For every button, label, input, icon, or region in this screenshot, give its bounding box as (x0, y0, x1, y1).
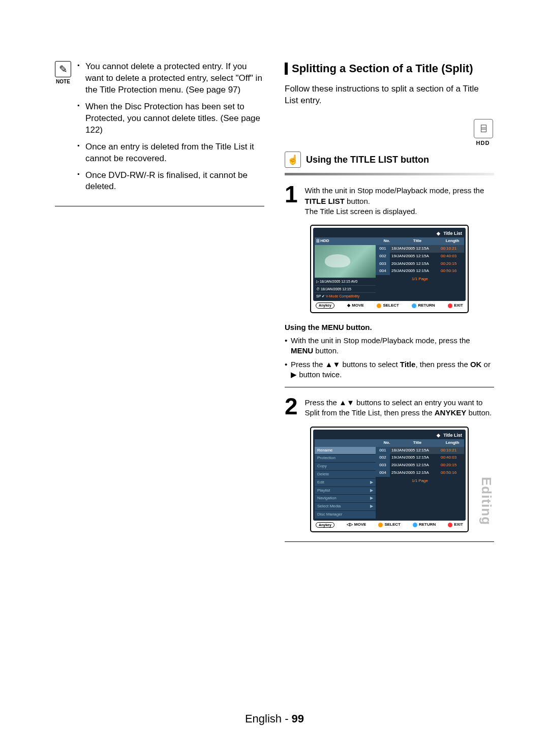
menu-copy: Copy (315, 463, 376, 471)
title-list-osd: ◆Title List ⌸ HDD No. Title Length ▷ 18/… (310, 225, 469, 313)
note-item: You cannot delete a protected entry. If … (77, 61, 264, 96)
menu-navigation: Navigation▶ (315, 495, 376, 503)
menu-subheading: Using the MENU button. (285, 322, 494, 332)
gradient-rule (285, 173, 494, 175)
list-row: 00425/JAN/2005 12:15A00:50:16 (376, 267, 464, 275)
list-row: 00118/JAN/2005 12:15A00:10:21 (376, 245, 464, 253)
note-item: When the Disc Protection has been set to… (77, 101, 264, 136)
menu-edit: Edit▶ (315, 479, 376, 487)
note-item: Once an entry is deleted from the Title … (77, 141, 264, 165)
chapter-tab: Editing (478, 477, 494, 525)
hand-icon: ☝ (285, 152, 301, 168)
list-row: 00320/JAN/2005 12:15A00:20:15 (376, 462, 464, 469)
menu-sub-list: With the unit in Stop mode/Playback mode… (285, 336, 494, 380)
anykey-menu-osd: ◆Title List No. Title Length Rename Prot… (310, 427, 469, 533)
list-item: With the unit in Stop mode/Playback mode… (285, 336, 494, 356)
list-row: 00219/JAN/2005 12:15A00:40:03 (376, 253, 464, 260)
menu-rename: Rename (315, 447, 376, 455)
note-list: You cannot delete a protected entry. If … (77, 61, 264, 198)
note-item: Once DVD-RW/-R is finalised, it cannot b… (77, 170, 264, 193)
page-footer: English - 99 (0, 712, 549, 725)
list-row: 00219/JAN/2005 12:15A00:40:03 (376, 454, 464, 462)
step-1: 1 With the unit in Stop mode/Playback mo… (285, 183, 494, 217)
list-item: Press the ▲▼ buttons to select Title, th… (285, 359, 494, 380)
menu-disc-manager: Disc Manager (315, 511, 376, 519)
list-row: 00320/JAN/2005 12:15A00:20:15 (376, 260, 464, 268)
menu-playlist: Playlist▶ (315, 487, 376, 495)
thumbnail (315, 245, 376, 278)
subsection-heading: ☝ Using the TITLE LIST button (285, 152, 494, 168)
step-2: 2 Press the ▲▼ buttons to select an entr… (285, 395, 494, 418)
menu-delete: Delete (315, 471, 376, 479)
hdd-badge: ⌸ HDD (474, 119, 492, 147)
section-divider (285, 387, 494, 387)
menu-select-media: Select Media▶ (315, 503, 376, 511)
section-divider (285, 541, 494, 542)
list-row: 00118/JAN/2005 12:15A00:10:21 (376, 447, 464, 455)
menu-protection: Protection (315, 455, 376, 463)
note-icon: ✎ NOTE (55, 61, 71, 85)
section-heading: Splitting a Section of a Title (Split) (285, 61, 494, 76)
section-divider (55, 206, 264, 206)
list-row: 00425/JAN/2005 12:15A00:50:16 (376, 469, 464, 477)
section-intro: Follow these instructions to split a sec… (285, 83, 494, 107)
